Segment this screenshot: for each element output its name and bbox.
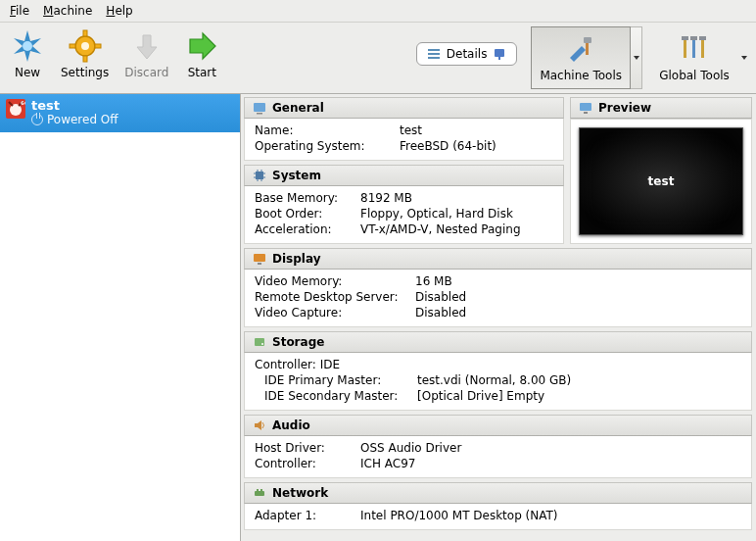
main-area: 64 test Powered Off General Name:test	[0, 94, 756, 541]
section-storage-header[interactable]: Storage	[244, 331, 752, 353]
freebsd-os-icon: 64	[6, 99, 25, 119]
display-rds-key: Remote Desktop Server:	[255, 290, 407, 304]
vm-list-item[interactable]: 64 test Powered Off	[0, 94, 240, 132]
chip-icon	[253, 169, 266, 182]
audio-ctl-key: Controller:	[255, 457, 353, 470]
display-vmem-val: 16 MB	[415, 274, 452, 288]
display-cap-val: Disabled	[415, 306, 466, 320]
section-network-body: Adapter 1:Intel PRO/1000 MT Desktop (NAT…	[244, 504, 752, 530]
machine-tools-group: Machine Tools	[531, 26, 642, 89]
svg-rect-17	[692, 38, 695, 58]
svg-rect-26	[256, 172, 263, 179]
storage-ctrl: Controller: IDE	[255, 358, 392, 371]
menu-file[interactable]: File	[4, 2, 35, 20]
section-system-body: Base Memory:8192 MB Boot Order:Floppy, O…	[244, 186, 564, 244]
network-icon	[253, 486, 266, 500]
system-mem-val: 8192 MB	[360, 191, 412, 205]
menu-help[interactable]: Help	[100, 2, 138, 20]
svg-rect-20	[699, 36, 706, 40]
system-accel-key: Acceleration:	[255, 222, 353, 236]
general-name-val: test	[400, 123, 422, 137]
start-button[interactable]: Start	[180, 26, 223, 81]
section-audio-body: Host Driver:OSS Audio Driver Controller:…	[244, 436, 752, 478]
svg-rect-9	[428, 53, 440, 55]
new-button[interactable]: New	[6, 26, 49, 81]
vm-list[interactable]: 64 test Powered Off	[0, 94, 241, 541]
vm-state-label: Powered Off	[47, 113, 118, 126]
svg-rect-18	[690, 36, 697, 40]
details-pane[interactable]: General Name:test Operating System:FreeB…	[241, 94, 756, 541]
tools-icon	[678, 34, 711, 67]
discard-arrow-icon	[129, 28, 165, 64]
settings-label: Settings	[61, 66, 109, 79]
svg-rect-43	[260, 489, 262, 491]
section-display-body: Video Memory:16 MB Remote Desktop Server…	[244, 270, 752, 327]
display-cap-key: Video Capture:	[255, 306, 407, 320]
storage-pm-key: IDE Primary Master:	[255, 373, 409, 387]
start-arrow-icon	[184, 28, 219, 64]
vm-state: Powered Off	[31, 113, 118, 126]
svg-rect-5	[83, 56, 87, 62]
section-display-header[interactable]: Display	[244, 248, 752, 270]
audio-ctl-val: ICH AC97	[360, 457, 415, 470]
gear-icon	[68, 28, 103, 64]
display-rds-val: Disabled	[415, 290, 466, 304]
svg-rect-24	[254, 103, 265, 112]
svg-rect-16	[682, 36, 688, 40]
section-preview-header[interactable]: Preview	[570, 97, 752, 119]
new-label: New	[15, 66, 40, 79]
preview-frame: test	[570, 119, 752, 244]
section-system-header[interactable]: System	[244, 165, 564, 186]
machine-tools-button[interactable]: Machine Tools	[531, 26, 631, 89]
details-label: Details	[447, 47, 488, 61]
svg-rect-8	[428, 49, 440, 51]
svg-rect-38	[258, 263, 261, 265]
svg-rect-10	[428, 57, 440, 59]
general-icon	[253, 101, 266, 115]
preview-thumbnail[interactable]: test	[579, 127, 743, 235]
section-audio-header[interactable]: Audio	[244, 415, 752, 436]
general-name-key: Name:	[255, 123, 392, 137]
section-general-body: Name:test Operating System:FreeBSD (64-b…	[244, 119, 564, 161]
svg-rect-15	[684, 38, 686, 58]
svg-rect-6	[70, 44, 75, 48]
svg-rect-25	[257, 113, 262, 115]
svg-text:64: 64	[21, 100, 25, 106]
hammer-wrench-icon	[564, 34, 597, 67]
menubar: File Machine Help	[0, 0, 756, 23]
storage-sm-val: [Optical Drive] Empty	[417, 389, 544, 403]
network-a1-key: Adapter 1:	[255, 509, 353, 522]
svg-point-1	[23, 41, 32, 51]
svg-rect-11	[495, 49, 504, 57]
menu-machine[interactable]: Machine	[37, 2, 98, 20]
disk-icon	[253, 335, 266, 349]
monitor-icon	[579, 101, 592, 115]
storage-sm-key: IDE Secondary Master:	[255, 389, 409, 403]
details-button[interactable]: Details	[416, 42, 518, 66]
svg-rect-13	[584, 37, 591, 43]
section-system-title: System	[272, 169, 321, 182]
svg-rect-37	[254, 254, 265, 262]
display-icon	[253, 252, 266, 266]
global-tools-dropdown[interactable]	[738, 26, 750, 89]
svg-rect-19	[701, 38, 704, 58]
svg-rect-12	[498, 57, 500, 60]
pin-icon	[493, 47, 506, 61]
global-tools-group: Global Tools	[650, 26, 750, 89]
machine-tools-dropdown[interactable]	[631, 26, 642, 89]
display-vmem-key: Video Memory:	[255, 274, 407, 288]
section-audio-title: Audio	[272, 418, 310, 432]
section-display-title: Display	[272, 252, 320, 266]
svg-rect-42	[257, 489, 259, 491]
section-network-title: Network	[272, 486, 328, 500]
svg-point-40	[261, 343, 263, 345]
section-general-header[interactable]: General	[244, 97, 564, 119]
section-network-header[interactable]: Network	[244, 482, 752, 504]
svg-rect-35	[580, 103, 591, 111]
discard-label: Discard	[124, 66, 168, 79]
power-off-icon	[31, 114, 43, 125]
global-tools-button[interactable]: Global Tools	[650, 26, 738, 89]
toolbar: New Settings Discard Start Details	[0, 23, 756, 94]
settings-button[interactable]: Settings	[57, 26, 113, 81]
start-label: Start	[188, 66, 216, 79]
